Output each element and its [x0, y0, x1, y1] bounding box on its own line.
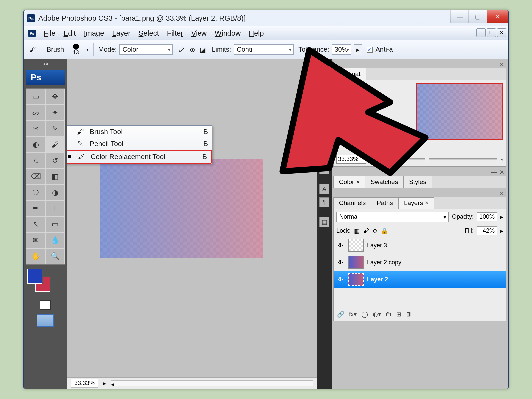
- titlebar[interactable]: Ps Adobe Photoshop CS3 - [para1.png @ 33…: [24, 10, 508, 26]
- notes-tool[interactable]: ✉: [26, 232, 45, 248]
- tab-paths[interactable]: Paths: [371, 197, 399, 209]
- tab-navigator[interactable]: Navigat: [333, 68, 366, 80]
- tab-swatches[interactable]: Swatches: [365, 176, 404, 188]
- dock-paragraph-icon[interactable]: ¶: [319, 197, 329, 207]
- flyout-pencil-tool[interactable]: ✎ Pencil Tool B: [67, 138, 212, 150]
- group-icon[interactable]: 🗀: [386, 311, 392, 318]
- status-zoom[interactable]: 33.33%: [71, 379, 98, 388]
- mode-dropdown[interactable]: Color: [119, 44, 173, 55]
- dock-actions-icon[interactable]: ▤: [319, 217, 329, 227]
- tab-styles[interactable]: Styles: [403, 176, 432, 188]
- doc-info-icon[interactable]: ▸: [103, 380, 106, 387]
- quickmask-standard[interactable]: [40, 300, 51, 310]
- opacity-stepper[interactable]: ▸: [500, 213, 503, 221]
- canvas-area[interactable]: 🖌 Brush Tool B ✎ Pencil Tool B 🖍 Color R…: [67, 59, 317, 389]
- healing-brush-tool[interactable]: ◐: [26, 137, 45, 153]
- tolerance-stepper[interactable]: ▸: [354, 44, 362, 55]
- layer-thumbnail[interactable]: [348, 256, 364, 269]
- menu-image[interactable]: Image: [84, 29, 104, 38]
- adjustment-layer-icon[interactable]: ◐▾: [373, 311, 381, 318]
- layer-style-icon[interactable]: fx▾: [349, 311, 357, 318]
- navigator-thumbnail[interactable]: [416, 83, 503, 140]
- clone-stamp-tool[interactable]: ⎌: [26, 153, 45, 169]
- lock-pixels-icon[interactable]: 🖌: [363, 227, 369, 235]
- sampling-continuous-icon[interactable]: 🖊: [177, 45, 186, 54]
- zoom-tool[interactable]: 🔍: [45, 248, 65, 264]
- screen-mode[interactable]: [37, 314, 54, 327]
- menu-window[interactable]: Window: [215, 29, 241, 38]
- menu-view[interactable]: View: [191, 29, 207, 38]
- panel-close-icon[interactable]: ✕: [499, 169, 504, 176]
- zoom-out-icon[interactable]: ▿: [370, 156, 373, 163]
- fill-input[interactable]: 42%: [477, 226, 497, 235]
- layer-mask-icon[interactable]: ◯: [361, 311, 368, 318]
- menu-edit[interactable]: Edit: [63, 29, 76, 38]
- visibility-icon[interactable]: 👁: [336, 259, 345, 266]
- sampling-once-icon[interactable]: ⊕: [188, 45, 197, 54]
- opacity-input[interactable]: 100%: [477, 212, 497, 221]
- visibility-icon[interactable]: 👁: [336, 242, 345, 249]
- mdi-restore[interactable]: ❐: [487, 28, 496, 37]
- dock-history-icon[interactable]: ⧉: [319, 164, 329, 174]
- menu-file[interactable]: File: [44, 29, 55, 38]
- navigator-zoom-input[interactable]: [336, 155, 366, 164]
- lock-position-icon[interactable]: ✥: [372, 227, 377, 235]
- eraser-tool[interactable]: ⌫: [26, 169, 45, 185]
- new-layer-icon[interactable]: ⊞: [396, 311, 401, 318]
- close-button[interactable]: ✕: [487, 10, 508, 23]
- layer-row[interactable]: 👁 Layer 3: [334, 237, 506, 254]
- tolerance-input[interactable]: 30%: [332, 44, 351, 55]
- tab-layers[interactable]: Layers ×: [398, 197, 434, 209]
- gradient-tool[interactable]: ◧: [45, 169, 65, 185]
- menu-help[interactable]: Help: [249, 29, 264, 38]
- mdi-minimize[interactable]: —: [476, 28, 486, 37]
- path-selection-tool[interactable]: ↖: [26, 216, 45, 232]
- mdi-close[interactable]: ✕: [497, 28, 506, 37]
- lasso-tool[interactable]: ᔕ: [26, 105, 45, 121]
- link-layers-icon[interactable]: 🔗: [337, 311, 344, 318]
- tool-preset-icon[interactable]: 🖌: [28, 45, 37, 54]
- layer-row[interactable]: 👁 Layer 2: [334, 271, 506, 288]
- type-tool[interactable]: T: [45, 200, 65, 216]
- expand-arrows-icon[interactable]: ▸▸: [322, 66, 327, 71]
- sampling-swatch-icon[interactable]: ◪: [199, 45, 207, 54]
- panel-minimize-icon[interactable]: —: [491, 169, 497, 176]
- panel-minimize-icon[interactable]: —: [491, 190, 497, 197]
- menu-select[interactable]: Select: [139, 29, 159, 38]
- dodge-tool[interactable]: ◑: [45, 185, 65, 200]
- horizontal-scrollbar[interactable]: ◂: [111, 380, 313, 386]
- blend-mode-dropdown[interactable]: Normal: [336, 212, 449, 222]
- history-brush-tool[interactable]: ↺: [45, 153, 65, 169]
- crop-tool[interactable]: ✂: [26, 121, 45, 137]
- flyout-color-replacement-tool[interactable]: 🖍 Color Replacement Tool B: [67, 150, 212, 164]
- zoom-in-icon[interactable]: ▵: [500, 156, 503, 163]
- panel-close-icon[interactable]: ✕: [499, 61, 504, 68]
- limits-dropdown[interactable]: Conti: [234, 44, 294, 55]
- color-swatches[interactable]: [27, 269, 64, 295]
- tab-color[interactable]: Color ×: [333, 176, 365, 188]
- blur-tool[interactable]: ❍: [26, 185, 45, 200]
- dock-character-icon[interactable]: A: [319, 184, 329, 194]
- brush-preset-dropdown[interactable]: 13: [68, 44, 84, 56]
- pen-tool[interactable]: ✒: [26, 200, 45, 216]
- move-tool[interactable]: ✥: [45, 89, 65, 105]
- magic-wand-tool[interactable]: ✦: [45, 105, 65, 121]
- foreground-color-swatch[interactable]: [27, 269, 42, 284]
- collapse-arrows-icon[interactable]: ◂◂: [24, 59, 67, 68]
- maximize-button[interactable]: ▢: [468, 10, 487, 23]
- document-canvas[interactable]: [100, 159, 263, 258]
- menu-layer[interactable]: Layer: [112, 29, 131, 38]
- layer-thumbnail[interactable]: [348, 239, 364, 252]
- menu-filter[interactable]: Filter: [167, 29, 183, 38]
- layer-row[interactable]: 👁 Layer 2 copy: [334, 254, 506, 271]
- hand-tool[interactable]: ✋: [26, 248, 45, 264]
- fill-stepper[interactable]: ▸: [500, 227, 503, 235]
- navigator-zoom-slider[interactable]: [376, 158, 497, 160]
- lock-transparency-icon[interactable]: ▦: [354, 227, 360, 235]
- slice-tool[interactable]: ✎: [45, 121, 65, 137]
- minimize-button[interactable]: —: [450, 10, 468, 23]
- panel-minimize-icon[interactable]: —: [491, 61, 497, 68]
- delete-layer-icon[interactable]: 🗑: [406, 311, 412, 318]
- brush-tool[interactable]: 🖌: [45, 137, 65, 153]
- layer-thumbnail[interactable]: [348, 273, 364, 286]
